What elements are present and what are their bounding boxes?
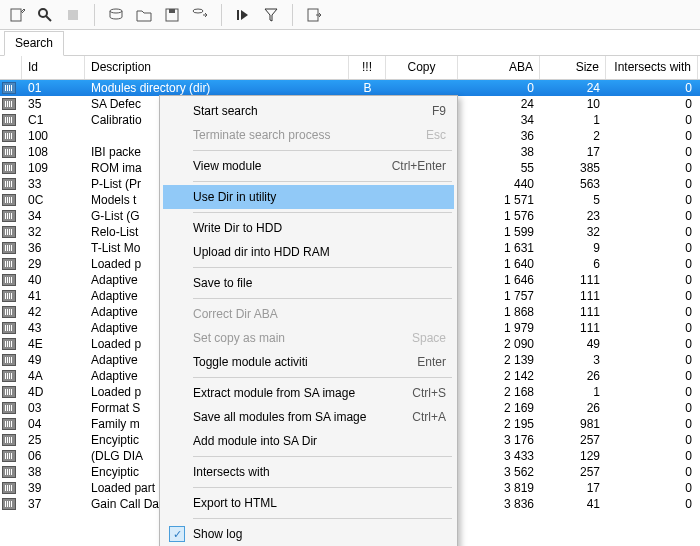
cell-aba: 1 576 <box>458 208 540 224</box>
cell-size: 111 <box>540 320 606 336</box>
separator <box>94 4 95 26</box>
menu-item-label: Show log <box>193 527 242 541</box>
cell-id: 4A <box>22 368 85 384</box>
menu-item[interactable]: Intersects with <box>163 460 454 484</box>
module-icon <box>0 128 22 144</box>
module-icon <box>0 448 22 464</box>
cell-intersects: 0 <box>606 432 698 448</box>
cell-id: 01 <box>22 80 85 96</box>
cell-intersects: 0 <box>606 176 698 192</box>
menu-item-label: Set copy as main <box>193 331 285 345</box>
save-icon[interactable] <box>159 3 185 27</box>
menu-item-label: Correct Dir ABA <box>193 307 278 321</box>
module-icon <box>0 304 22 320</box>
cell-intersects: 0 <box>606 144 698 160</box>
cell-size: 41 <box>540 496 606 512</box>
module-icon <box>0 480 22 496</box>
cell-id: 34 <box>22 208 85 224</box>
col-exc[interactable]: !!! <box>349 56 386 79</box>
col-aba[interactable]: ABA <box>458 56 540 79</box>
cell-intersects: 0 <box>606 384 698 400</box>
menu-separator <box>193 456 452 457</box>
toolbar <box>0 0 700 30</box>
cell-size: 2 <box>540 128 606 144</box>
menu-item-label: Add module into SA Dir <box>193 434 317 448</box>
menu-item[interactable]: Upload dir into HDD RAM <box>163 240 454 264</box>
cell-aba: 2 168 <box>458 384 540 400</box>
col-id[interactable]: Id <box>22 56 85 79</box>
svg-point-1 <box>39 9 47 17</box>
cell-id: 29 <box>22 256 85 272</box>
cell-size: 257 <box>540 432 606 448</box>
new-module-icon[interactable] <box>4 3 30 27</box>
menu-item[interactable]: Save all modules from SA imageCtrl+A <box>163 405 454 429</box>
tab-row: Search <box>0 30 700 56</box>
module-icon <box>0 496 22 512</box>
menu-shortcut: Ctrl+Enter <box>392 159 446 173</box>
grid-header: Id Description !!! Copy ABA Size Interse… <box>0 56 700 80</box>
find-icon[interactable] <box>32 3 58 27</box>
cell-intersects: 0 <box>606 256 698 272</box>
export-db-icon[interactable] <box>187 3 213 27</box>
menu-item[interactable]: ✓Show log <box>163 522 454 546</box>
col-size[interactable]: Size <box>540 56 606 79</box>
module-icon <box>0 112 22 128</box>
cell-size: 10 <box>540 96 606 112</box>
context-menu: Start searchF9Terminate search processEs… <box>159 95 458 546</box>
col-copy[interactable]: Copy <box>386 56 458 79</box>
cell-intersects: 0 <box>606 352 698 368</box>
cell-size: 32 <box>540 224 606 240</box>
menu-item[interactable]: Save to file <box>163 271 454 295</box>
stop-icon[interactable] <box>60 3 86 27</box>
menu-item[interactable]: Start searchF9 <box>163 99 454 123</box>
menu-shortcut: Esc <box>426 128 446 142</box>
col-description[interactable]: Description <box>85 56 349 79</box>
cell-id: 42 <box>22 304 85 320</box>
disk-db-icon[interactable] <box>103 3 129 27</box>
col-icon[interactable] <box>0 56 22 79</box>
cell-size: 9 <box>540 240 606 256</box>
col-intersects[interactable]: Intersects with <box>606 56 698 79</box>
menu-item[interactable]: Write Dir to HDD <box>163 216 454 240</box>
cell-intersects: 0 <box>606 160 698 176</box>
cell-aba: 2 195 <box>458 416 540 432</box>
menu-item[interactable]: Extract module from SA imageCtrl+S <box>163 381 454 405</box>
step-right-icon[interactable] <box>230 3 256 27</box>
cell-aba: 2 169 <box>458 400 540 416</box>
module-icon <box>0 80 22 96</box>
module-icon <box>0 464 22 480</box>
menu-item-label: Start search <box>193 104 258 118</box>
separator <box>292 4 293 26</box>
cell-id: 109 <box>22 160 85 176</box>
menu-item[interactable]: Toggle module activitiEnter <box>163 350 454 374</box>
cell-id: 03 <box>22 400 85 416</box>
menu-item[interactable]: Add module into SA Dir <box>163 429 454 453</box>
cell-description: Modules directory (dir) <box>85 80 349 96</box>
tab-search[interactable]: Search <box>4 31 64 56</box>
export-icon[interactable] <box>301 3 327 27</box>
svg-rect-3 <box>68 10 78 20</box>
cell-intersects: 0 <box>606 80 698 96</box>
menu-separator <box>193 377 452 378</box>
menu-item[interactable]: Use Dir in utility <box>163 185 454 209</box>
module-icon <box>0 240 22 256</box>
menu-item[interactable]: Export to HTML <box>163 491 454 515</box>
menu-item[interactable]: View moduleCtrl+Enter <box>163 154 454 178</box>
cell-size: 24 <box>540 80 606 96</box>
module-icon <box>0 96 22 112</box>
open-icon[interactable] <box>131 3 157 27</box>
cell-id: C1 <box>22 112 85 128</box>
cell-size: 26 <box>540 400 606 416</box>
cell-intersects: 0 <box>606 320 698 336</box>
menu-item-label: Export to HTML <box>193 496 277 510</box>
menu-separator <box>193 518 452 519</box>
cell-intersects: 0 <box>606 448 698 464</box>
menu-separator <box>193 212 452 213</box>
menu-shortcut: Ctrl+S <box>412 386 446 400</box>
menu-item-label: Use Dir in utility <box>193 190 276 204</box>
filter-icon[interactable] <box>258 3 284 27</box>
cell-intersects: 0 <box>606 272 698 288</box>
menu-item-label: Extract module from SA image <box>193 386 355 400</box>
module-icon <box>0 192 22 208</box>
table-row[interactable]: 01Modules directory (dir)B0240 <box>0 80 700 96</box>
